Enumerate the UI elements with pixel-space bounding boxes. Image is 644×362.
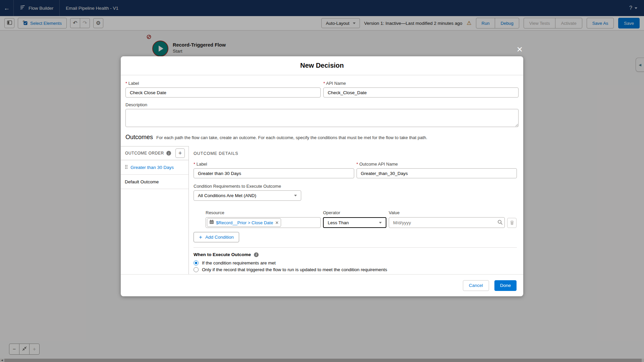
outcome-label-group: Label [194,162,354,178]
add-condition-button[interactable]: + Add Condition [194,232,239,242]
value-input-wrap [389,217,505,228]
outcome-list-item[interactable]: Greater than 30 Days [121,160,189,175]
radio-option-label: Only if the record that triggered the fl… [202,267,387,272]
condition-row: Resource $Record__Prior > Close Date ✕ [206,210,517,228]
outcome-item-label: Greater than 30 Days [130,165,174,170]
outcomes-subtext: For each path the flow can take, create … [156,135,427,140]
label-api-row: Label API Name [125,81,519,98]
outcomes-heading-row: Outcomes For each path the flow can take… [125,134,519,141]
value-input[interactable] [389,217,505,228]
outcome-api-label: Outcome API Name [357,162,517,167]
cancel-button[interactable]: Cancel [463,280,489,291]
outcome-label-input[interactable] [194,168,354,178]
label-field-group: Label [125,81,321,98]
done-button[interactable]: Done [494,280,517,291]
radio-button[interactable] [194,267,199,272]
chevron-down-icon [379,222,382,224]
description-field-label: Description [125,102,519,107]
condition-requirements-label: Condition Requirements to Execute Outcom… [194,184,517,189]
resource-label: Resource [206,210,321,215]
remove-resource-button[interactable]: ✕ [275,221,279,225]
description-textarea[interactable] [125,109,519,127]
resource-pill-label: $Record__Prior > Close Date [216,220,273,225]
api-name-field-label: API Name [323,81,519,86]
outcome-details-title: OUTCOME DETAILS [194,151,517,156]
outcome-api-input[interactable] [357,168,517,178]
condition-requirements-group: Condition Requirements to Execute Outcom… [194,184,517,201]
calendar-icon [209,220,214,226]
outcome-details-panel: OUTCOME DETAILS Label Outcome API Name [189,146,523,274]
radio-option[interactable]: Only if the record that triggered the fl… [194,267,517,272]
drag-handle-icon[interactable] [125,165,128,170]
delete-condition-button[interactable] [507,218,517,228]
flow-builder-screen: ← Flow Builder Email Pipeline Health - V… [0,0,644,362]
info-icon[interactable]: i [166,151,171,156]
condition-requirements-value: All Conditions Are Met (AND) [198,193,256,198]
outcome-item-label: Default Outcome [125,179,159,184]
new-decision-modal-wrap: × New Decision Label API Name De [121,56,523,296]
plus-icon: + [199,234,202,240]
close-modal-button[interactable]: × [517,44,523,54]
modal-title: New Decision [300,62,344,69]
outcome-label-label: Label [194,162,354,167]
operator-select[interactable]: Less Than [323,217,386,228]
info-icon[interactable]: i [254,252,259,257]
operator-value: Less Than [328,220,349,225]
description-field-group: Description [125,102,519,128]
search-icon[interactable] [497,220,503,226]
outcome-list-item-default[interactable]: Default Outcome [121,175,189,189]
when-to-execute-heading-row: When to Execute Outcome i [194,252,517,257]
outcome-order-sidebar: OUTCOME ORDER i + Greater than 30 Days D… [121,146,189,274]
radio-option-label: If the condition requirements are met [202,260,276,265]
operator-cell: Operator Less Than [323,210,386,228]
outcomes-heading: Outcomes [125,134,153,141]
resource-cell: Resource $Record__Prior > Close Date ✕ [206,210,321,228]
details-divider [194,247,517,248]
outcome-order-title: OUTCOME ORDER [125,151,164,156]
new-decision-modal: New Decision Label API Name Description [121,56,523,296]
modal-header: New Decision [121,56,523,75]
radio-button[interactable] [194,260,199,265]
add-outcome-button[interactable]: + [175,148,185,158]
outcome-api-group: Outcome API Name [357,162,517,178]
outcome-section: OUTCOME ORDER i + Greater than 30 Days D… [121,146,523,274]
chevron-down-icon [294,195,297,196]
close-icon: × [517,44,523,55]
condition-requirements-select[interactable]: All Conditions Are Met (AND) [194,190,301,201]
modal-body: Label API Name Description Outcomes For … [121,75,523,274]
radio-option[interactable]: If the condition requirements are met [194,260,517,265]
value-cell: Value [389,210,505,228]
api-name-input[interactable] [323,87,519,98]
label-input[interactable] [125,87,321,98]
outcome-order-header: OUTCOME ORDER i + [121,146,189,160]
api-name-field-group: API Name [323,81,519,98]
operator-label: Operator [323,210,386,215]
outcome-label-api-row: Label Outcome API Name [194,162,517,178]
value-label: Value [389,210,505,215]
plus-icon: + [178,150,182,156]
label-field-label: Label [125,81,321,86]
modal-footer: Cancel Done [121,274,523,296]
resource-pill[interactable]: $Record__Prior > Close Date ✕ [207,218,281,227]
add-condition-label: Add Condition [205,235,234,240]
when-to-execute-heading: When to Execute Outcome [194,252,251,257]
trash-icon [510,220,514,226]
resource-combobox[interactable]: $Record__Prior > Close Date ✕ [206,217,321,228]
